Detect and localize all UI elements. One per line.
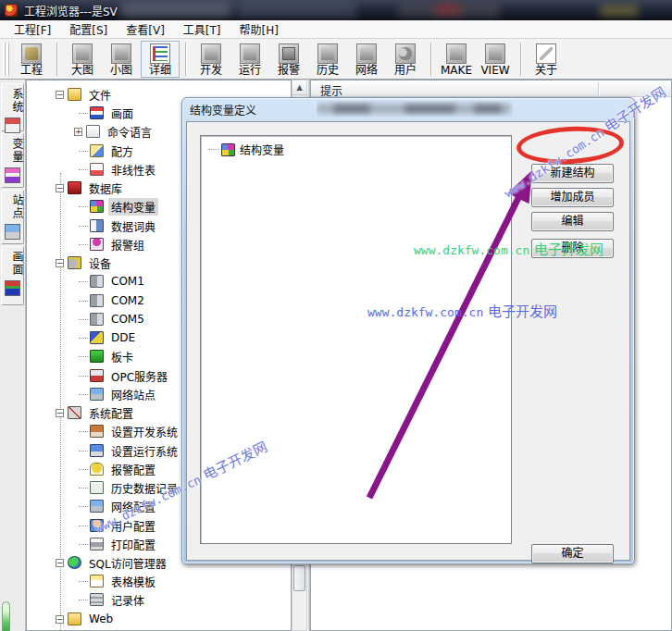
card-icon: [90, 350, 104, 363]
menu-item-2[interactable]: 查看[V]: [118, 19, 173, 39]
tools-icon: [68, 406, 81, 419]
tree-item-runsys[interactable]: 设置运行系统: [27, 441, 180, 460]
toolbar-button-label: VIEW: [480, 65, 509, 77]
menu-item-4[interactable]: 帮助[H]: [231, 19, 287, 39]
record-icon: [90, 593, 104, 606]
tree-item-label: 打印配置: [108, 536, 158, 553]
hint-column-header[interactable]: 提示: [311, 80, 671, 97]
system-icon: [5, 118, 20, 133]
tree-item-dde[interactable]: DDE: [27, 328, 138, 347]
tree-item-alarmgroup[interactable]: 报警组: [27, 235, 147, 254]
toolbar-grip[interactable]: [3, 43, 9, 76]
tree-item-label: 画面: [108, 105, 136, 122]
toolbar-button-run[interactable]: 运行: [230, 41, 269, 78]
tree-item-com[interactable]: COM5: [27, 310, 147, 328]
tree-item-devsys[interactable]: 设置开发系统: [27, 422, 180, 440]
tree-stub: [79, 206, 88, 207]
tree-stub: [79, 169, 88, 170]
tree-item-script[interactable]: +命令语言: [27, 122, 155, 141]
structure-root-item[interactable]: 结构变量: [208, 142, 284, 157]
toolbar-button-small[interactable]: 小图: [102, 41, 141, 78]
toolbar-button-label: 详细: [149, 65, 171, 77]
side-tab-label: 画面: [2, 247, 25, 277]
tree-item-record[interactable]: 记录体: [27, 590, 147, 609]
menu-item-3[interactable]: 工具[T]: [175, 19, 230, 39]
runsys-icon: [90, 444, 104, 457]
sql-icon: [68, 556, 81, 569]
tree-item-screen[interactable]: 画面: [27, 104, 136, 122]
toolbar-button-user[interactable]: 用户: [386, 41, 425, 78]
ok-button[interactable]: 确定: [531, 544, 614, 563]
tree-item-netstation[interactable]: 网络站点: [27, 385, 158, 403]
toolbar-button-alarm[interactable]: 报警: [269, 41, 308, 78]
blur-blob: [404, 105, 455, 113]
tree-item-label: COM2: [108, 293, 147, 308]
tree-item-folder[interactable]: −文件: [27, 85, 114, 104]
tree-item-dict[interactable]: 数据词典: [27, 217, 158, 235]
toolbar-button-label: 报警: [278, 65, 300, 77]
toolbar-button-project[interactable]: 工程: [12, 41, 51, 78]
tree-stub: [79, 544, 88, 545]
tree-item-label: 非线性表: [108, 161, 158, 179]
titlebar-blur-blob: [120, 3, 231, 18]
toolbar-button-about[interactable]: 关于: [527, 41, 566, 78]
tree-expander[interactable]: −: [56, 91, 64, 99]
toolbar-button-big[interactable]: 大图: [63, 41, 102, 78]
com-icon: [90, 313, 104, 326]
tree-expander[interactable]: −: [56, 409, 64, 417]
toolbar-button-history[interactable]: 历史: [308, 41, 347, 78]
side-tab-0[interactable]: 系统: [1, 83, 24, 131]
tree-item-tools[interactable]: −系统配置: [27, 403, 136, 422]
side-tab-label: 系统: [2, 84, 25, 114]
tree-item-com[interactable]: COM1: [27, 272, 147, 291]
tree-item-struct[interactable]: 结构变量: [27, 197, 158, 216]
title-bar[interactable]: 工程浏览器---是SV: [0, 0, 672, 20]
tree-item-label: 板卡: [108, 348, 136, 365]
window-title: 工程浏览器---是SV: [24, 3, 118, 19]
tree-item-nonlinear[interactable]: 非线性表: [27, 160, 158, 179]
big-icon: [72, 43, 93, 64]
tree-item-label: DDE: [108, 330, 138, 345]
tree-item-recipe[interactable]: 配方: [27, 142, 136, 160]
tree-expander[interactable]: −: [56, 559, 64, 567]
menu-item-0[interactable]: 工程[F]: [6, 19, 59, 39]
toolbar-button-network[interactable]: 网络: [347, 41, 386, 78]
structure-root-label: 结构变量: [240, 142, 284, 157]
tree-item-card[interactable]: 板卡: [27, 347, 136, 365]
tree-item-printer[interactable]: 打印配置: [27, 535, 158, 553]
dialog-button-1[interactable]: 增加成员: [531, 188, 614, 207]
tree-item-bell[interactable]: 报警配置: [27, 460, 158, 478]
tree-expander[interactable]: −: [56, 259, 64, 267]
template-icon: [90, 575, 104, 588]
tree-item-com[interactable]: COM2: [27, 291, 147, 310]
scrollbar-thumb[interactable]: [293, 565, 305, 591]
side-tab-2[interactable]: 站点: [1, 190, 24, 244]
menu-item-1[interactable]: 配置[S]: [61, 19, 116, 39]
tree-item-webfolder[interactable]: −Web: [27, 610, 116, 628]
side-tab-strip: 系统变量站点画面: [0, 80, 26, 631]
station-icon: [5, 224, 20, 240]
tree-expander[interactable]: −: [56, 184, 64, 192]
recipe-icon: [90, 144, 104, 157]
tree-expander[interactable]: +: [74, 128, 82, 136]
toolbar-button-develop[interactable]: 开发: [192, 41, 230, 78]
tree-item-label: 命令语言: [105, 123, 155, 141]
history-icon: [317, 43, 338, 64]
titlebar-blur-blob: [236, 2, 356, 19]
toolbar-button-view[interactable]: VIEW: [476, 41, 515, 78]
structure-tree-box[interactable]: 结构变量: [200, 135, 512, 544]
tree-item-template[interactable]: 表格模板: [27, 572, 158, 590]
tree-item-database[interactable]: −数据库: [27, 179, 125, 197]
toolbar-separator: [520, 43, 521, 76]
toolbar-button-make[interactable]: MAKE: [437, 41, 476, 78]
tree-expander[interactable]: −: [56, 615, 64, 624]
tree-item-opc[interactable]: OPC服务器: [27, 366, 170, 385]
column-divider[interactable]: [598, 82, 599, 95]
tree-item-device[interactable]: −设备: [27, 254, 114, 272]
side-tab-3[interactable]: 画面: [1, 246, 24, 305]
scroll-up-arrow-icon[interactable]: ▲: [292, 80, 306, 95]
side-tab-1[interactable]: 变量: [1, 133, 24, 188]
dialog-button-2[interactable]: 编辑: [531, 212, 614, 231]
tree-item-sql[interactable]: −SQL访问管理器: [27, 553, 169, 572]
toolbar-button-detail[interactable]: 详细: [141, 41, 180, 78]
